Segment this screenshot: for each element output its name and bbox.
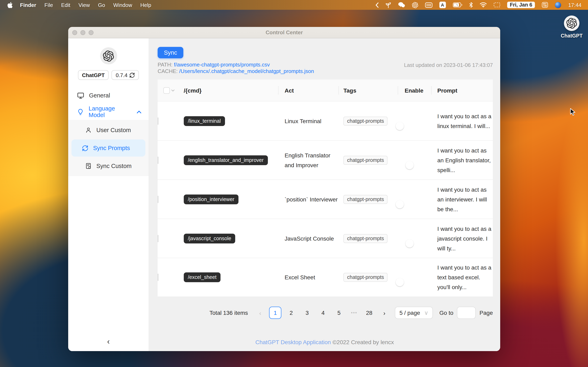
- sprout-icon[interactable]: [385, 0, 391, 10]
- row-checkbox[interactable]: [158, 117, 158, 125]
- page-number-5[interactable]: 5: [333, 307, 345, 319]
- page-number-last[interactable]: 28: [363, 307, 375, 319]
- cmd-badge: /english_translator_and_improver: [184, 155, 268, 165]
- cmd-badge: /javascript_console: [184, 234, 235, 243]
- menu-edit[interactable]: Edit: [57, 0, 74, 10]
- page-number-3[interactable]: 3: [301, 307, 313, 319]
- chevron-down-icon[interactable]: [171, 89, 175, 92]
- table-row: /linux_terminal Linux Terminal chatgpt-p…: [158, 101, 493, 140]
- sidebar-badges: ChatGPT 0.7.4: [68, 70, 149, 80]
- menu-go[interactable]: Go: [94, 0, 109, 10]
- next-page-button[interactable]: ›: [379, 309, 389, 316]
- globe-status-icon[interactable]: [555, 2, 561, 8]
- page-size-select[interactable]: 5 / page ∨: [395, 307, 433, 319]
- row-checkbox[interactable]: [158, 156, 158, 164]
- sidebar-item-sync-custom[interactable]: Sync Custom: [71, 157, 145, 175]
- zoom-button[interactable]: [89, 30, 94, 35]
- act-text: Excel Sheet: [285, 274, 315, 281]
- path-link[interactable]: f/awesome-chatgpt-prompts/prompts.csv: [174, 62, 270, 68]
- cache-label: CACHE:: [158, 68, 178, 74]
- select-all-checkbox[interactable]: [163, 87, 170, 94]
- prompts-table: /{cmd} Act Tags Enable Prompt /linux_ter…: [158, 80, 493, 297]
- sidebar-item-sync-prompts[interactable]: Sync Prompts: [71, 140, 145, 157]
- apple-menu-icon[interactable]: [7, 0, 13, 10]
- goto-label: Go to: [439, 309, 453, 316]
- table-header-row: /{cmd} Act Tags Enable Prompt: [158, 80, 493, 101]
- control-center-icon[interactable]: [542, 0, 548, 10]
- desktop-icon-label: ChatGPT: [560, 33, 583, 39]
- monitor-icon: [77, 92, 84, 99]
- sidebar-item-general[interactable]: General: [68, 87, 149, 104]
- wechat-icon[interactable]: [398, 0, 405, 10]
- close-button[interactable]: [72, 30, 77, 35]
- prev-page-button[interactable]: ‹: [255, 309, 265, 316]
- menu-view[interactable]: View: [74, 0, 94, 10]
- menu-bar-status-area: A Fri, Jan 6 17:44: [375, 0, 588, 10]
- sidebar-collapse-button[interactable]: ‹: [68, 337, 149, 346]
- app-footer: ChatGPT Desktop Application ©2022 Create…: [149, 339, 500, 345]
- sidebar-item-language-model[interactable]: Language Model: [68, 104, 149, 120]
- header-select-cell: [158, 80, 181, 101]
- sync-button[interactable]: Sync: [158, 47, 183, 58]
- footer-copyright: ©2022 Created by lencx: [332, 339, 394, 345]
- page-number-4[interactable]: 4: [317, 307, 329, 319]
- sidebar-item-label: User Custom: [96, 127, 131, 133]
- pagination-ellipsis[interactable]: •••: [349, 310, 359, 316]
- row-checkbox[interactable]: [158, 274, 158, 281]
- minimize-button[interactable]: [80, 30, 85, 35]
- path-label: PATH:: [158, 62, 173, 68]
- chatgpt-app-icon: [564, 16, 579, 31]
- wifi-icon[interactable]: [480, 0, 486, 10]
- row-checkbox[interactable]: [158, 235, 158, 242]
- pagination-total: Total 136 items: [209, 309, 248, 316]
- header-enable[interactable]: Enable: [398, 80, 432, 101]
- footer-app-link[interactable]: ChatGPT Desktop Application: [255, 339, 331, 345]
- window-body: ChatGPT 0.7.4 General: [68, 38, 500, 351]
- header-prompt[interactable]: Prompt: [432, 80, 493, 101]
- goto-page-input[interactable]: [457, 307, 476, 319]
- act-text: JavaScript Console: [285, 235, 334, 242]
- tag-badge: chatgpt-prompts: [343, 234, 388, 243]
- sidebar-item-user-custom[interactable]: User Custom: [71, 122, 145, 139]
- header-tags[interactable]: Tags: [339, 80, 398, 101]
- header-cmd[interactable]: /{cmd}: [181, 80, 278, 101]
- battery-icon[interactable]: [453, 0, 462, 10]
- screen-mirroring-icon[interactable]: [493, 0, 500, 10]
- menu-window[interactable]: Window: [109, 0, 136, 10]
- header-act[interactable]: Act: [278, 80, 339, 101]
- tag-badge: chatgpt-prompts: [343, 156, 388, 165]
- sidebar-nav: General Language Model: [68, 87, 149, 176]
- menu-finder[interactable]: Finder: [16, 0, 40, 10]
- cache-link[interactable]: /Users/lencx/.chatgpt/cache_model/chatgp…: [179, 68, 314, 74]
- menu-file[interactable]: File: [40, 0, 57, 10]
- page-number-1[interactable]: 1: [269, 307, 281, 319]
- tag-badge: chatgpt-prompts: [343, 117, 388, 125]
- menu-help[interactable]: Help: [136, 0, 155, 10]
- window-title: Control Center: [266, 29, 303, 35]
- tag-badge: chatgpt-prompts: [343, 273, 388, 282]
- main-content: Sync PATH: f/awesome-chatgpt-prompts/pro…: [149, 38, 500, 351]
- last-updated-text: Last updated on 2023-01-06 17:43:07: [404, 62, 493, 68]
- menu-bar-date[interactable]: Fri, Jan 6: [507, 2, 535, 8]
- act-text: `position` Interviewer: [285, 196, 338, 202]
- tuner-icon[interactable]: [425, 0, 432, 10]
- menu-bar-clock[interactable]: 17:44: [568, 2, 581, 8]
- table-row: /javascript_console JavaScript Console c…: [158, 218, 493, 258]
- version-badge[interactable]: 0.7.4: [112, 70, 139, 80]
- table-row: /excel_sheet Excel Sheet chatgpt-prompts…: [158, 258, 493, 297]
- table-row: /english_translator_and_improver English…: [158, 140, 493, 179]
- back-chevron-icon[interactable]: [375, 0, 378, 10]
- row-checkbox[interactable]: [158, 196, 158, 203]
- prompt-text: I want you to act as a javascript consol…: [437, 225, 492, 251]
- window-titlebar[interactable]: Control Center: [68, 27, 500, 38]
- refresh-icon[interactable]: [130, 72, 135, 78]
- cmd-badge: /position_interviewer: [184, 194, 238, 204]
- bluetooth-icon[interactable]: [469, 0, 473, 10]
- input-source-icon[interactable]: A: [439, 2, 446, 8]
- tag-badge: chatgpt-prompts: [343, 195, 388, 204]
- prompt-text: I want you to act as a text based excel.…: [437, 264, 492, 290]
- page-number-2[interactable]: 2: [285, 307, 297, 319]
- prompt-text: I want you to act as an English translat…: [437, 147, 491, 173]
- openai-menubar-icon[interactable]: [412, 0, 418, 10]
- desktop-icon-chatgpt[interactable]: ChatGPT: [560, 16, 583, 39]
